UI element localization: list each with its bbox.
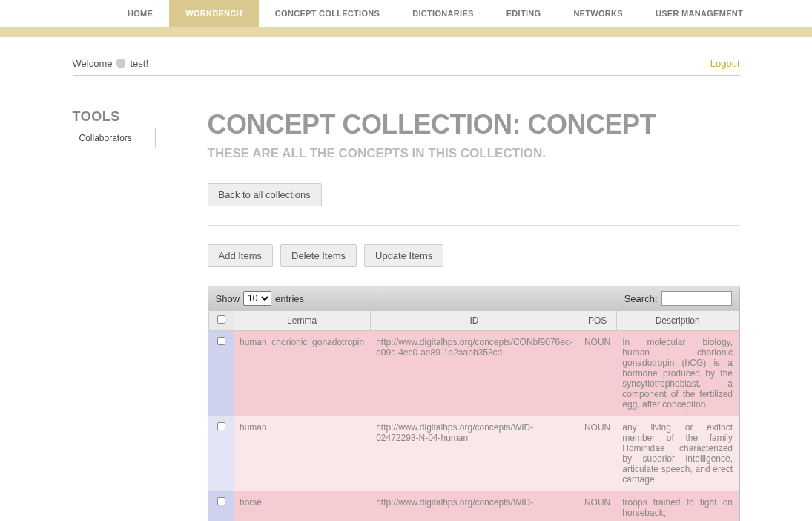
accent-bar (0, 27, 812, 37)
search-label: Search: (624, 293, 658, 304)
cell-lemma: human (234, 416, 370, 491)
nav-user-management[interactable]: USER MANAGEMENT (639, 0, 759, 27)
cell-pos: NOUN (578, 416, 616, 491)
add-items-button[interactable]: Add Items (208, 244, 274, 267)
header-pos[interactable]: POS (578, 311, 616, 331)
logout-link[interactable]: Logout (710, 58, 740, 69)
show-label: Show (216, 293, 240, 304)
cell-lemma: human_chorionic_gonadotropin (234, 331, 370, 416)
data-table-container: Show 10 entries Search: (208, 286, 740, 521)
divider (208, 225, 740, 226)
cell-description: any living or extinct member of the fami… (616, 416, 739, 491)
welcome-text: Welcome (73, 58, 113, 69)
row-checkbox[interactable] (217, 497, 225, 505)
back-button[interactable]: Back to all collections (208, 183, 322, 206)
table-row: human http://www.digitalhps.org/concepts… (208, 416, 739, 491)
cell-id: http://www.digitalhps.org/concepts/WID-0… (370, 416, 578, 491)
cell-lemma: horse (234, 491, 370, 522)
search-input[interactable] (661, 291, 732, 306)
cell-pos: NOUN (578, 491, 616, 522)
row-checkbox[interactable] (217, 422, 225, 430)
table-row: horse http://www.digitalhps.org/concepts… (208, 491, 739, 522)
header-checkbox-col (208, 311, 234, 331)
top-navigation: HOME WORKBENCH CONCEPT COLLECTIONS DICTI… (0, 0, 812, 27)
nav-dictionaries[interactable]: DICTIONARIES (396, 0, 489, 27)
header-description[interactable]: Description (616, 311, 739, 331)
table-row: human_chorionic_gonadotropin http://www.… (208, 331, 739, 416)
cell-pos: NOUN (578, 331, 616, 416)
cell-description: troops trained to fight on horseback; (616, 491, 739, 522)
nav-editing[interactable]: EDITING (490, 0, 558, 27)
header-lemma[interactable]: Lemma (234, 311, 370, 331)
page-title: CONCEPT COLLECTION: CONCEPT (208, 109, 740, 140)
concepts-table: Lemma ID POS Description human_chorionic… (208, 310, 739, 521)
cell-description: In molecular biology, human chorionic go… (616, 331, 739, 416)
nav-workbench[interactable]: WORKBENCH (169, 0, 259, 27)
delete-items-button[interactable]: Delete Items (280, 244, 357, 267)
header-id[interactable]: ID (370, 311, 578, 331)
nav-networks[interactable]: NETWORKS (557, 0, 639, 27)
nav-home[interactable]: HOME (111, 0, 169, 27)
cell-id: http://www.digitalhps.org/concepts/WID- (370, 491, 578, 522)
sidebar-item-collaborators[interactable]: Collaborators (73, 128, 156, 148)
user-icon (116, 59, 125, 68)
welcome-bar: Welcome test! Logout (73, 52, 740, 76)
entries-label: entries (275, 293, 304, 304)
nav-concept-collections[interactable]: CONCEPT COLLECTIONS (259, 0, 396, 27)
entries-select[interactable]: 10 (243, 291, 271, 306)
row-checkbox[interactable] (217, 337, 225, 345)
action-row: Add Items Delete Items Update Items (208, 244, 740, 267)
cell-id: http://www.digitalhps.org/concepts/CONbf… (370, 331, 578, 416)
update-items-button[interactable]: Update Items (364, 244, 443, 267)
header-checkbox[interactable] (217, 315, 225, 324)
username: test! (130, 58, 148, 69)
page-subtitle: THESE ARE ALL THE CONCEPTS IN THIS COLLE… (208, 146, 740, 161)
sidebar: TOOLS Collaborators (73, 109, 156, 521)
tools-heading: TOOLS (73, 109, 156, 125)
